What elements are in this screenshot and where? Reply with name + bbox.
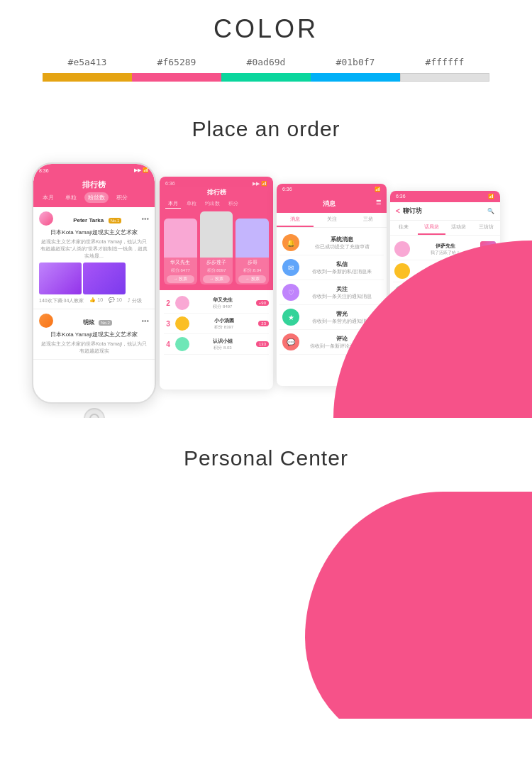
s3-title-system: 系统消息	[303, 236, 381, 243]
s3-text-system: 你已成功提交了充值申请	[303, 243, 381, 250]
rank-avatar-2	[175, 296, 189, 310]
s2-tab-score[interactable]: 积分	[226, 199, 241, 209]
feed-user-row-2: 明炫 No.2 •••	[39, 314, 149, 328]
place-order-wrapper: Place an order 8:36 ▶▶ 📶	[0, 89, 532, 418]
tab-single[interactable]: 单粒	[62, 192, 80, 203]
tab-score[interactable]: 积分	[113, 192, 131, 203]
feed-username-2: 明炫	[83, 319, 94, 326]
s2-card-3: 步哥 积分:8.04 → 投票	[235, 219, 269, 284]
s4-tab-contacts[interactable]: 往来	[390, 221, 418, 235]
tab-fans[interactable]: 粉丝数	[84, 192, 109, 203]
s2-card-2: 步步莲子 积分:8097 → 投票	[200, 211, 233, 284]
s4-header: < 聊订坊 🔍	[390, 202, 500, 221]
s3-title-follow: 关注	[303, 285, 381, 293]
place-order-title: Place an order	[0, 117, 532, 141]
s2-card-label-2: 步步莲子	[200, 258, 233, 267]
s4-tab-activity[interactable]: 活动坊	[445, 221, 473, 235]
personal-center-title: Personal Center	[0, 446, 532, 470]
rank-num-2: 2	[164, 299, 172, 307]
s2-vote-btn-1[interactable]: → 投票	[167, 275, 194, 283]
s2-tab-fans[interactable]: 约出数	[202, 199, 223, 209]
s2-card-img-1	[164, 219, 197, 258]
color-swatch-1	[43, 73, 132, 82]
s2-vote-btn-3[interactable]: → 投票	[238, 275, 266, 283]
color-hex-2: #f65289	[157, 57, 196, 67]
personal-section: Personal Center	[0, 418, 532, 719]
s2-card-label-1: 华又先生	[164, 258, 197, 267]
feed-item-2: 明炫 No.2 ••• 日本Kota Yamaji超现实主义艺术家 超现实主义艺…	[33, 309, 155, 360]
rank-badge-3: 23	[258, 321, 269, 326]
s3-tab-row: 消息 关注 三坊	[277, 213, 387, 228]
rank-score-3: 积分 8397	[192, 324, 255, 331]
s3-signal: 📶	[375, 187, 381, 192]
s2-tab-month[interactable]: 本月	[165, 199, 181, 209]
feed-more-icon-2[interactable]: •••	[141, 317, 149, 325]
s3-menu[interactable]: ☰	[376, 199, 381, 206]
s2-status: 6:36 ▶▶ 📶	[165, 181, 267, 187]
color-item-2: #f65289	[132, 57, 221, 82]
s3-msg-pm: ✉ 私信 你收到一条新的私信消息来	[279, 255, 384, 280]
feed-badge-2: No.2	[99, 320, 112, 326]
feed-share: ⤴ 分级	[128, 297, 142, 304]
rank-avatar-4	[175, 337, 189, 351]
rank-name-2: 华又先生	[192, 297, 253, 304]
s3-tab-follows[interactable]: 关注	[314, 213, 350, 227]
s2-tab-single[interactable]: 单粒	[184, 199, 199, 209]
chat-avatar-1	[394, 241, 410, 257]
chat-avatar-2	[394, 263, 410, 279]
back-icon[interactable]: <	[396, 207, 400, 215]
s3-text-pm: 你收到一条新的私信消息来	[303, 268, 381, 275]
s2-rank-list: 2 华又先生 积分 8497 +90 3 小小汤圆 积分 8397	[160, 290, 273, 358]
feed-img-1a	[39, 263, 82, 294]
s2-card-score-2: 积分:8097	[200, 267, 233, 274]
s3-title-pm: 私信	[303, 260, 381, 268]
home-button[interactable]	[84, 408, 105, 418]
rank-badge-2: +90	[256, 300, 269, 306]
feed-images-1	[39, 263, 149, 294]
feed-stats-1: 140欢下藏·34人教家 👍 10 💬 10 ⤴ 分级	[39, 297, 149, 304]
s2-card-1: 华又先生 积分:6477 → 投票	[164, 219, 197, 284]
s2-card-score-1: 积分:6477	[164, 267, 197, 274]
status-icons: ▶▶ 📶	[134, 167, 149, 173]
s4-status-bar: 6:36 📶	[390, 191, 500, 202]
rank-avatar-3	[175, 316, 189, 331]
color-item-5: #ffffff	[400, 57, 489, 82]
color-section: COLOR #e5a413 #f65289 #0ad69d #01b0f7 #f…	[0, 0, 532, 89]
feed-avatar-1	[39, 211, 53, 226]
rank-num-3: 3	[164, 320, 172, 328]
rank-name-4: 认识小姐	[192, 338, 253, 345]
feed-comments: 💬 10	[109, 297, 122, 304]
s2-tabs: 本月 单粒 约出数 积分	[165, 199, 267, 209]
s3-tab-likes[interactable]: 三坊	[350, 213, 387, 227]
feed-likes: 👍 10	[89, 297, 103, 304]
s2-vote-btn-2[interactable]: → 投票	[203, 275, 231, 283]
phone-mockup-1: 8:36 ▶▶ 📶 排行榜 本月 单粒 粉丝数 积分	[32, 162, 156, 404]
rank-info-4: 认识小姐 积分 8.03	[192, 338, 253, 351]
s2-title: 排行榜	[165, 188, 267, 197]
color-item-1: #e5a413	[43, 57, 132, 82]
tab-month[interactable]: 本月	[39, 192, 57, 203]
s4-time: 6:36	[396, 194, 406, 199]
feed-user-row-1: Peter Tarka No.1 •••	[39, 211, 149, 226]
s4-tab-three-room[interactable]: 三坊坊	[472, 221, 500, 235]
rank-num-4: 4	[164, 341, 172, 348]
color-hex-5: #ffffff	[426, 57, 465, 67]
phone-inner: 8:36 ▶▶ 📶 排行榜 本月 单粒 粉丝数 积分	[33, 164, 155, 402]
s3-title: 消息	[323, 200, 336, 207]
s4-search-icon[interactable]: 🔍	[487, 208, 494, 214]
feed-more-icon-1[interactable]: •••	[141, 215, 149, 223]
s2-card-label-3: 步哥	[235, 258, 269, 267]
s3-content-follow: 关注 你收到一条关注的通知消息	[303, 285, 381, 300]
s2-signal: ▶▶ 📶	[253, 181, 267, 187]
rank-info-3: 小小汤圆 积分 8397	[192, 317, 255, 331]
feed-desc-1: 超现实主义艺术家的世界Kota Yamaji，他认为只有超越超现实"人类的"世界…	[39, 238, 149, 260]
s3-tab-msg[interactable]: 消息	[277, 213, 314, 227]
color-item-4: #01b0f7	[311, 57, 400, 82]
feed-user-info-2: 明炫 No.2	[56, 314, 138, 327]
color-hex-3: #0ad69d	[247, 57, 286, 67]
rank-score-2: 积分 8497	[192, 304, 253, 310]
feed-item-1: Peter Tarka No.1 ••• 日本Kota Yamaji超现实主义艺…	[33, 207, 155, 309]
s3-icon-star: ★	[282, 309, 299, 326]
rank-info-2: 华又先生 积分 8497	[192, 297, 253, 310]
s4-tab-chat-room[interactable]: 话局坊	[418, 221, 445, 235]
